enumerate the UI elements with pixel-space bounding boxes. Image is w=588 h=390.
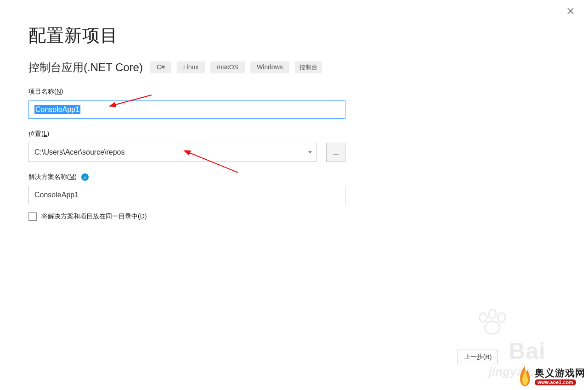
chevron-down-icon xyxy=(308,151,312,154)
configure-new-project-dialog: 配置新项目 控制台应用(.NET Core) C# Linux macOS Wi… xyxy=(0,0,588,390)
watermark-baidu: Bai xyxy=(509,338,546,364)
solution-name-input[interactable] xyxy=(28,186,345,204)
same-directory-checkbox[interactable] xyxy=(28,212,37,221)
tag-csharp: C# xyxy=(150,61,171,73)
project-name-input[interactable]: ConsoleApp1 xyxy=(28,100,345,119)
info-icon[interactable]: i xyxy=(81,173,89,181)
template-tags: C# Linux macOS Windows 控制台 xyxy=(150,61,322,73)
tag-console: 控制台 xyxy=(295,61,322,73)
close-icon xyxy=(567,8,574,14)
svg-point-6 xyxy=(498,313,505,322)
dialog-content: 配置新项目 控制台应用(.NET Core) C# Linux macOS Wi… xyxy=(28,24,570,221)
tag-windows: Windows xyxy=(250,61,289,73)
page-title: 配置新项目 xyxy=(28,24,570,47)
same-directory-label: 将解决方案和项目放在同一目录中(D) xyxy=(41,212,147,221)
site-logo: 奥义游戏网 www.aoe1.com xyxy=(516,364,585,387)
project-name-label: 项目名称(N) xyxy=(28,88,345,96)
solution-name-label: 解决方案名称(M) i xyxy=(28,173,345,181)
form: 项目名称(N) ConsoleApp1 位置(L) C:\Users\Acer\… xyxy=(28,88,345,221)
svg-point-4 xyxy=(480,313,487,322)
svg-point-7 xyxy=(485,321,500,334)
location-label: 位置(L) xyxy=(28,130,345,138)
svg-point-5 xyxy=(489,309,496,318)
subtitle-row: 控制台应用(.NET Core) C# Linux macOS Windows … xyxy=(28,60,570,75)
back-button[interactable]: 上一步(B) xyxy=(458,350,498,364)
flame-icon xyxy=(516,364,534,387)
browse-button[interactable]: ... xyxy=(326,143,345,162)
project-name-value-selected: ConsoleApp1 xyxy=(34,105,80,114)
close-button[interactable] xyxy=(564,5,577,17)
baidu-paw-icon xyxy=(474,309,511,339)
logo-text-url: www.aoe1.com xyxy=(535,379,576,385)
location-value: C:\Users\Acer\source\repos xyxy=(34,148,125,156)
project-template-name: 控制台应用(.NET Core) xyxy=(28,60,143,75)
location-combobox[interactable]: C:\Users\Acer\source\repos xyxy=(28,143,317,162)
tag-linux: Linux xyxy=(177,61,205,73)
tag-macos: macOS xyxy=(210,61,245,73)
same-directory-checkbox-row: 将解决方案和项目放在同一目录中(D) xyxy=(28,212,345,221)
logo-text-cn: 奥义游戏网 xyxy=(535,367,585,379)
